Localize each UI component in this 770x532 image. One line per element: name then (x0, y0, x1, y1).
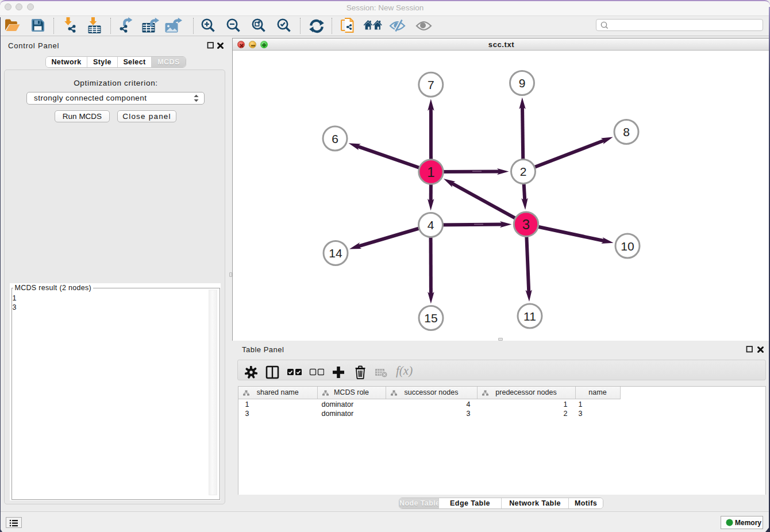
svg-text:4: 4 (428, 218, 434, 232)
svg-text:15: 15 (424, 311, 437, 325)
svg-text:9: 9 (519, 76, 526, 90)
svg-text:1: 1 (427, 164, 434, 180)
svg-text:6: 6 (332, 132, 338, 145)
svg-text:3: 3 (522, 217, 530, 232)
svg-text:7: 7 (428, 78, 434, 91)
svg-text:11: 11 (523, 310, 536, 323)
svg-text:2: 2 (520, 165, 527, 178)
svg-text:10: 10 (621, 240, 634, 253)
svg-text:14: 14 (329, 246, 342, 260)
svg-text:8: 8 (623, 125, 630, 138)
